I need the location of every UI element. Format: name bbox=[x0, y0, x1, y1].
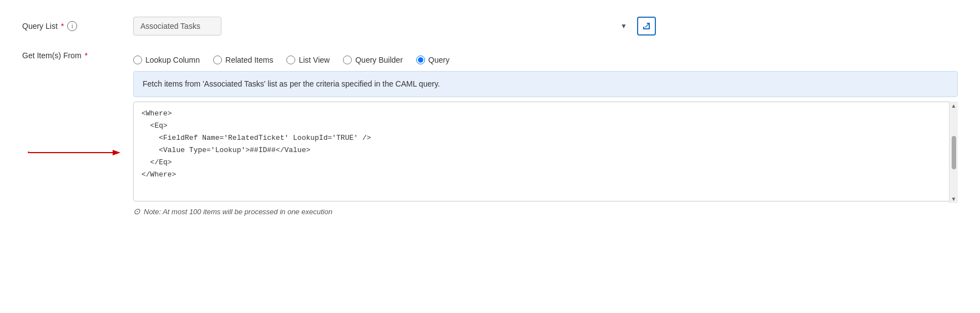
radio-lookup-column[interactable]: Lookup Column bbox=[133, 55, 200, 64]
scrollbar-thumb[interactable] bbox=[952, 136, 956, 169]
dropdown-wrapper: Associated Tasks ▼ bbox=[133, 17, 633, 36]
radio-related-items-label: Related Items bbox=[225, 55, 273, 64]
note-warning-icon: ⊙ bbox=[133, 206, 140, 216]
radio-related-items-input[interactable] bbox=[213, 55, 222, 64]
info-box: Fetch items from 'Associated Tasks' list… bbox=[133, 71, 958, 97]
get-items-required-star: * bbox=[85, 51, 88, 60]
query-list-text: Query List bbox=[22, 22, 58, 31]
query-list-dropdown[interactable]: Associated Tasks bbox=[133, 17, 221, 36]
scrollbar-area: ▲ ▼ bbox=[949, 102, 958, 203]
radio-query-input[interactable] bbox=[416, 55, 425, 64]
radio-query-builder[interactable]: Query Builder bbox=[343, 55, 403, 64]
query-list-label: Query List* i bbox=[22, 17, 133, 31]
external-link-button[interactable] bbox=[637, 17, 656, 36]
query-editor-wrapper: <Where> <Eq> <FieldRef Name='RelatedTick… bbox=[133, 102, 958, 203]
required-star: * bbox=[61, 22, 64, 31]
right-arrow-head-icon bbox=[113, 148, 122, 157]
radio-query-builder-input[interactable] bbox=[343, 55, 352, 64]
horizontal-arrow-annotation bbox=[28, 148, 122, 157]
note-row: ⊙ Note: At most 100 items will be proces… bbox=[133, 206, 958, 216]
radio-group: Lookup Column Related Items List View Qu… bbox=[133, 55, 958, 64]
query-list-control: Associated Tasks ▼ bbox=[133, 17, 958, 36]
get-items-control: Lookup Column Related Items List View Qu… bbox=[133, 47, 958, 216]
radio-list-view-input[interactable] bbox=[286, 55, 295, 64]
get-items-text: Get Item(s) From bbox=[22, 51, 82, 60]
radio-lookup-column-label: Lookup Column bbox=[145, 55, 200, 64]
scroll-up-icon[interactable]: ▲ bbox=[951, 103, 957, 109]
query-editor-container: <Where> <Eq> <FieldRef Name='RelatedTick… bbox=[133, 102, 958, 203]
radio-query-label: Query bbox=[428, 55, 449, 64]
dropdown-arrow-icon: ▼ bbox=[620, 22, 627, 30]
get-items-label: Get Item(s) From* bbox=[22, 47, 133, 60]
note-text: Note: At most 100 items will be processe… bbox=[144, 208, 332, 216]
query-editor[interactable]: <Where> <Eq> <FieldRef Name='RelatedTick… bbox=[133, 102, 958, 201]
radio-list-view[interactable]: List View bbox=[286, 55, 330, 64]
radio-query-builder-label: Query Builder bbox=[355, 55, 403, 64]
radio-lookup-column-input[interactable] bbox=[133, 55, 142, 64]
info-icon[interactable]: i bbox=[67, 21, 77, 31]
radio-related-items[interactable]: Related Items bbox=[213, 55, 273, 64]
dropdown-row: Associated Tasks ▼ bbox=[133, 17, 958, 36]
external-link-icon bbox=[641, 21, 651, 31]
svg-marker-0 bbox=[113, 150, 120, 155]
info-box-text: Fetch items from 'Associated Tasks' list… bbox=[143, 79, 440, 88]
scroll-down-icon[interactable]: ▼ bbox=[951, 196, 957, 202]
radio-list-view-label: List View bbox=[299, 55, 330, 64]
radio-query[interactable]: Query bbox=[416, 55, 449, 64]
